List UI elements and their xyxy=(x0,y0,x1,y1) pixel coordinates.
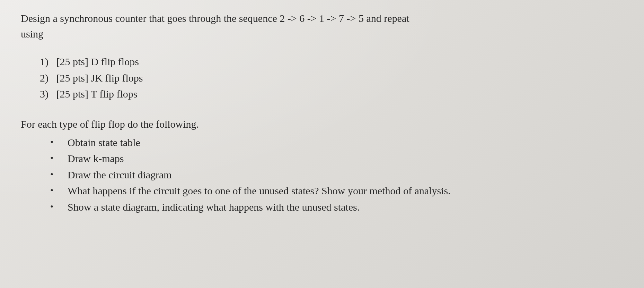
intro-line-2: using xyxy=(21,26,623,42)
list-item: What happens if the circuit goes to one … xyxy=(50,183,623,199)
bullet-text: Obtain state table xyxy=(68,137,140,148)
intro-line-1: Design a synchronous counter that goes t… xyxy=(21,10,623,26)
subheading: For each type of flip flop do the follow… xyxy=(21,116,623,132)
list-item: 3) [25 pts] T flip flops xyxy=(40,86,623,102)
bullet-text: Draw k-maps xyxy=(68,153,124,164)
list-item: Show a state diagram, indicating what ha… xyxy=(50,199,623,215)
item-number: 2) xyxy=(40,72,48,84)
list-item: Obtain state table xyxy=(50,135,623,151)
item-text: [25 pts] T flip flops xyxy=(56,88,138,100)
item-text: [25 pts] D flip flops xyxy=(56,56,139,67)
bullet-text: Draw the circuit diagram xyxy=(68,169,172,180)
bullet-text: Show a state diagram, indicating what ha… xyxy=(68,201,360,213)
item-number: 3) xyxy=(40,88,48,100)
bullet-text: What happens if the circuit goes to one … xyxy=(68,185,451,196)
intro-paragraph: Design a synchronous counter that goes t… xyxy=(21,10,623,42)
document-content: Design a synchronous counter that goes t… xyxy=(21,10,623,215)
list-item: Draw k-maps xyxy=(50,151,623,167)
item-text: [25 pts] JK flip flops xyxy=(56,72,143,84)
list-item: 2) [25 pts] JK flip flops xyxy=(40,70,623,86)
item-number: 1) xyxy=(40,56,48,67)
bullet-list: Obtain state table Draw k-maps Draw the … xyxy=(21,135,623,215)
list-item: 1) [25 pts] D flip flops xyxy=(40,54,623,70)
numbered-list: 1) [25 pts] D flip flops 2) [25 pts] JK … xyxy=(21,54,623,102)
list-item: Draw the circuit diagram xyxy=(50,167,623,183)
